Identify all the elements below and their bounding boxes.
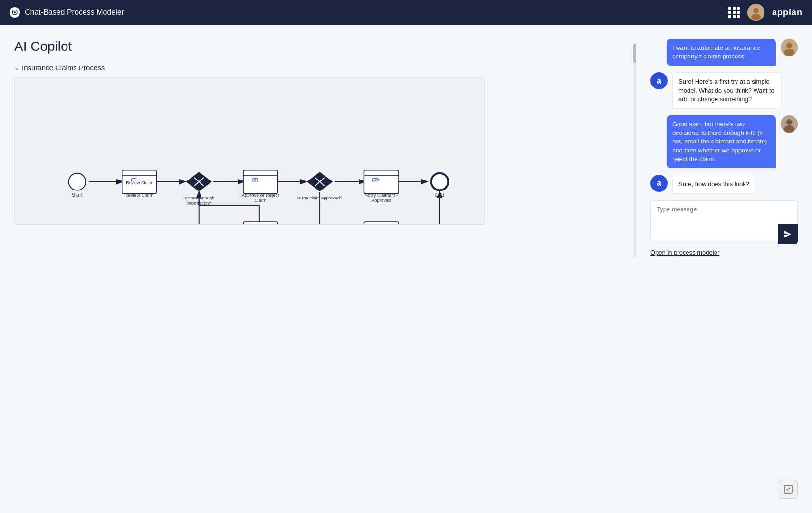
process-header: ⌄ Insurance Claims Process bbox=[14, 64, 629, 72]
app-title: Chat-Based Process Modeler bbox=[25, 8, 124, 17]
cursor-tool-icon bbox=[779, 480, 798, 499]
svg-text:Is there enough: Is there enough bbox=[183, 195, 214, 200]
chat-bubble-2: Sure! Here's a first try at a simple mod… bbox=[672, 72, 782, 109]
svg-point-69 bbox=[786, 119, 792, 125]
chat-panel: I want to automate an insurance company'… bbox=[650, 39, 798, 257]
chat-bubble-1: I want to automate an insurance company'… bbox=[667, 39, 776, 66]
process-section-label: Insurance Claims Process bbox=[22, 64, 105, 72]
send-button[interactable] bbox=[778, 224, 798, 244]
ai-avatar-2: a bbox=[650, 72, 668, 89]
svg-rect-34 bbox=[243, 170, 278, 194]
chat-message-4: a Sure, how does this look? bbox=[650, 175, 798, 194]
chat-input[interactable] bbox=[650, 200, 798, 242]
open-modeler-link[interactable]: Open in process modeler bbox=[650, 249, 798, 256]
chat-message-1: I want to automate an insurance company'… bbox=[650, 39, 798, 66]
appian-logo: appian bbox=[772, 8, 802, 18]
main-content: AI Copilot ⌄ Insurance Claims Process bbox=[0, 25, 812, 272]
svg-text:Is the claim approved?: Is the claim approved? bbox=[297, 195, 343, 200]
svg-point-18 bbox=[68, 173, 86, 190]
chevron-down-icon: ⌄ bbox=[14, 65, 19, 71]
svg-rect-53 bbox=[243, 222, 278, 224]
chat-message-3: Good start, but there's two decisions: i… bbox=[650, 115, 798, 168]
svg-text:Review Claim: Review Claim bbox=[124, 192, 153, 198]
header-right: appian bbox=[728, 4, 802, 21]
svg-text:Notify Claimant -: Notify Claimant - bbox=[364, 192, 398, 198]
ai-avatar-4: a bbox=[650, 175, 668, 192]
chat-bubble-4: Sure, how does this look? bbox=[672, 175, 755, 194]
app-header: Chat-Based Process Modeler appian bbox=[0, 0, 812, 25]
svg-text:information?: information? bbox=[187, 200, 211, 206]
chat-messages: I want to automate an insurance company'… bbox=[650, 39, 798, 194]
svg-text:Claim: Claim bbox=[254, 198, 266, 203]
chat-bubble-3: Good start, but there's two decisions: i… bbox=[667, 115, 776, 168]
grid-menu-icon[interactable] bbox=[728, 7, 740, 18]
user-avatar-1 bbox=[781, 39, 798, 56]
svg-point-1 bbox=[14, 11, 16, 13]
svg-rect-5 bbox=[16, 78, 483, 224]
left-panel: AI Copilot ⌄ Insurance Claims Process bbox=[14, 39, 629, 257]
svg-text:Approved: Approved bbox=[372, 198, 391, 203]
header-left: Chat-Based Process Modeler bbox=[10, 7, 124, 18]
user-avatar-header[interactable] bbox=[747, 4, 764, 21]
page-title: AI Copilot bbox=[14, 39, 629, 54]
chat-input-area bbox=[650, 200, 798, 244]
svg-rect-46 bbox=[364, 170, 399, 194]
svg-text:Start: Start bbox=[72, 192, 83, 198]
svg-rect-60 bbox=[364, 222, 399, 224]
svg-point-51 bbox=[431, 173, 449, 190]
svg-text:End: End bbox=[435, 192, 444, 198]
scroll-thumb bbox=[633, 44, 636, 63]
svg-point-4 bbox=[751, 14, 761, 20]
svg-point-3 bbox=[753, 8, 759, 13]
svg-text:Review Claim: Review Claim bbox=[126, 180, 152, 185]
chat-message-2: a Sure! Here's a first try at a simple m… bbox=[650, 72, 798, 109]
user-avatar-3 bbox=[781, 115, 798, 133]
scroll-divider bbox=[633, 44, 636, 257]
svg-point-66 bbox=[786, 43, 792, 48]
svg-text:Approve or Reject: Approve or Reject bbox=[241, 192, 279, 198]
process-diagram: Start Review Claim Review Claim Is there… bbox=[14, 77, 485, 225]
app-logo-icon bbox=[10, 7, 20, 18]
